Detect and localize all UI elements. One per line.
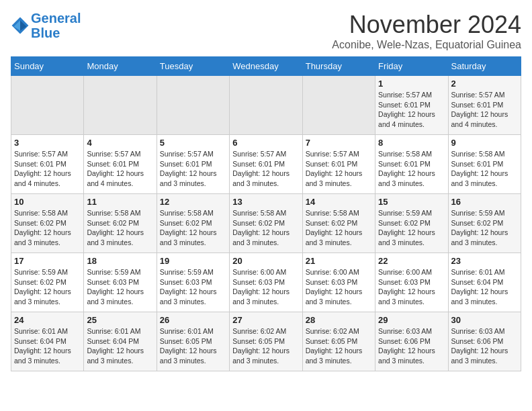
calendar-cell: 13Sunrise: 5:58 AM Sunset: 6:02 PM Dayli…: [230, 194, 302, 253]
day-info: Sunrise: 6:01 AM Sunset: 6:05 PM Dayligh…: [160, 326, 226, 366]
calendar-cell: 17Sunrise: 5:59 AM Sunset: 6:02 PM Dayli…: [11, 253, 84, 312]
calendar-week-2: 3Sunrise: 5:57 AM Sunset: 6:01 PM Daylig…: [11, 135, 521, 194]
day-number: 21: [306, 256, 372, 266]
calendar-cell: 26Sunrise: 6:01 AM Sunset: 6:05 PM Dayli…: [157, 312, 229, 371]
day-number: 23: [451, 256, 518, 266]
calendar-cell: 3Sunrise: 5:57 AM Sunset: 6:01 PM Daylig…: [11, 135, 84, 194]
day-number: 4: [87, 138, 153, 148]
calendar-cell: 9Sunrise: 5:58 AM Sunset: 6:01 PM Daylig…: [448, 135, 521, 194]
day-info: Sunrise: 6:02 AM Sunset: 6:05 PM Dayligh…: [306, 326, 372, 366]
day-number: 28: [306, 315, 372, 325]
day-info: Sunrise: 6:02 AM Sunset: 6:05 PM Dayligh…: [232, 326, 299, 366]
day-info: Sunrise: 6:01 AM Sunset: 6:04 PM Dayligh…: [451, 267, 518, 307]
day-info: Sunrise: 5:58 AM Sunset: 6:01 PM Dayligh…: [378, 149, 445, 189]
calendar-cell: 24Sunrise: 6:01 AM Sunset: 6:04 PM Dayli…: [11, 312, 84, 371]
logo: General Blue: [11, 11, 81, 40]
day-info: Sunrise: 5:58 AM Sunset: 6:01 PM Dayligh…: [451, 149, 518, 189]
logo-icon: [11, 16, 30, 35]
day-info: Sunrise: 6:03 AM Sunset: 6:06 PM Dayligh…: [378, 326, 445, 366]
calendar-week-5: 24Sunrise: 6:01 AM Sunset: 6:04 PM Dayli…: [11, 312, 521, 371]
calendar-cell: 15Sunrise: 5:59 AM Sunset: 6:02 PM Dayli…: [375, 194, 448, 253]
day-info: Sunrise: 5:57 AM Sunset: 6:01 PM Dayligh…: [378, 90, 445, 130]
calendar-cell: [302, 76, 375, 135]
day-number: 30: [451, 315, 518, 325]
month-title: November 2024: [332, 11, 521, 39]
day-number: 2: [451, 79, 518, 89]
calendar-cell: 12Sunrise: 5:58 AM Sunset: 6:02 PM Dayli…: [157, 194, 229, 253]
logo-line2: Blue: [31, 26, 60, 40]
location-subtitle: Aconibe, Wele-Nzas, Equatorial Guinea: [332, 39, 521, 51]
day-number: 17: [14, 256, 81, 266]
day-info: Sunrise: 5:59 AM Sunset: 6:02 PM Dayligh…: [14, 267, 81, 307]
calendar-cell: [230, 76, 302, 135]
day-info: Sunrise: 5:59 AM Sunset: 6:02 PM Dayligh…: [378, 208, 445, 248]
calendar-cell: 5Sunrise: 5:57 AM Sunset: 6:01 PM Daylig…: [157, 135, 229, 194]
day-number: 6: [232, 138, 299, 148]
day-number: 24: [14, 315, 81, 325]
day-info: Sunrise: 5:58 AM Sunset: 6:02 PM Dayligh…: [306, 208, 372, 248]
logo-text: General Blue: [31, 11, 81, 40]
day-info: Sunrise: 5:57 AM Sunset: 6:01 PM Dayligh…: [451, 90, 518, 130]
weekday-header-monday: Monday: [84, 57, 157, 76]
day-info: Sunrise: 6:00 AM Sunset: 6:03 PM Dayligh…: [232, 267, 299, 307]
day-info: Sunrise: 6:00 AM Sunset: 6:03 PM Dayligh…: [378, 267, 445, 307]
day-number: 15: [378, 197, 445, 207]
day-number: 18: [87, 256, 153, 266]
day-info: Sunrise: 6:01 AM Sunset: 6:04 PM Dayligh…: [87, 326, 153, 366]
day-number: 3: [14, 138, 81, 148]
calendar-cell: 7Sunrise: 5:57 AM Sunset: 6:01 PM Daylig…: [302, 135, 375, 194]
day-info: Sunrise: 5:58 AM Sunset: 6:02 PM Dayligh…: [87, 208, 153, 248]
day-number: 11: [87, 197, 153, 207]
calendar-body: 1Sunrise: 5:57 AM Sunset: 6:01 PM Daylig…: [11, 76, 521, 371]
calendar-cell: 23Sunrise: 6:01 AM Sunset: 6:04 PM Dayli…: [448, 253, 521, 312]
calendar-cell: 29Sunrise: 6:03 AM Sunset: 6:06 PM Dayli…: [375, 312, 448, 371]
day-info: Sunrise: 5:57 AM Sunset: 6:01 PM Dayligh…: [87, 149, 153, 189]
day-number: 19: [160, 256, 226, 266]
day-info: Sunrise: 5:57 AM Sunset: 6:01 PM Dayligh…: [160, 149, 226, 189]
day-info: Sunrise: 5:58 AM Sunset: 6:02 PM Dayligh…: [160, 208, 226, 248]
day-number: 5: [160, 138, 226, 148]
weekday-header-wednesday: Wednesday: [230, 57, 302, 76]
day-info: Sunrise: 5:57 AM Sunset: 6:01 PM Dayligh…: [232, 149, 299, 189]
calendar-table: SundayMondayTuesdayWednesdayThursdayFrid…: [11, 56, 521, 371]
day-info: Sunrise: 5:58 AM Sunset: 6:02 PM Dayligh…: [232, 208, 299, 248]
calendar-cell: 11Sunrise: 5:58 AM Sunset: 6:02 PM Dayli…: [84, 194, 157, 253]
day-number: 8: [378, 138, 445, 148]
day-number: 20: [232, 256, 299, 266]
page-header: General Blue November 2024 Aconibe, Wele…: [11, 11, 521, 51]
day-number: 10: [14, 197, 81, 207]
weekday-header-thursday: Thursday: [302, 57, 375, 76]
calendar-cell: 2Sunrise: 5:57 AM Sunset: 6:01 PM Daylig…: [448, 76, 521, 135]
calendar-week-1: 1Sunrise: 5:57 AM Sunset: 6:01 PM Daylig…: [11, 76, 521, 135]
weekday-header-sunday: Sunday: [11, 57, 84, 76]
weekday-header-friday: Friday: [375, 57, 448, 76]
day-number: 26: [160, 315, 226, 325]
calendar-cell: 21Sunrise: 6:00 AM Sunset: 6:03 PM Dayli…: [302, 253, 375, 312]
day-number: 27: [232, 315, 299, 325]
calendar-cell: 25Sunrise: 6:01 AM Sunset: 6:04 PM Dayli…: [84, 312, 157, 371]
day-number: 7: [306, 138, 372, 148]
day-info: Sunrise: 6:00 AM Sunset: 6:03 PM Dayligh…: [306, 267, 372, 307]
calendar-cell: 8Sunrise: 5:58 AM Sunset: 6:01 PM Daylig…: [375, 135, 448, 194]
calendar-cell: [84, 76, 157, 135]
calendar-cell: 30Sunrise: 6:03 AM Sunset: 6:06 PM Dayli…: [448, 312, 521, 371]
day-info: Sunrise: 5:57 AM Sunset: 6:01 PM Dayligh…: [306, 149, 372, 189]
calendar-cell: 19Sunrise: 5:59 AM Sunset: 6:03 PM Dayli…: [157, 253, 229, 312]
day-info: Sunrise: 6:01 AM Sunset: 6:04 PM Dayligh…: [14, 326, 81, 366]
weekday-header-saturday: Saturday: [448, 57, 521, 76]
calendar-cell: 18Sunrise: 5:59 AM Sunset: 6:03 PM Dayli…: [84, 253, 157, 312]
calendar-cell: 6Sunrise: 5:57 AM Sunset: 6:01 PM Daylig…: [230, 135, 302, 194]
calendar-cell: 1Sunrise: 5:57 AM Sunset: 6:01 PM Daylig…: [375, 76, 448, 135]
day-info: Sunrise: 6:03 AM Sunset: 6:06 PM Dayligh…: [451, 326, 518, 366]
calendar-cell: [11, 76, 84, 135]
calendar-cell: 20Sunrise: 6:00 AM Sunset: 6:03 PM Dayli…: [230, 253, 302, 312]
weekday-header-row: SundayMondayTuesdayWednesdayThursdayFrid…: [11, 57, 521, 76]
calendar-cell: 22Sunrise: 6:00 AM Sunset: 6:03 PM Dayli…: [375, 253, 448, 312]
day-number: 16: [451, 197, 518, 207]
day-info: Sunrise: 5:59 AM Sunset: 6:03 PM Dayligh…: [87, 267, 153, 307]
day-number: 9: [451, 138, 518, 148]
day-number: 1: [378, 79, 445, 89]
day-number: 14: [306, 197, 372, 207]
calendar-cell: [157, 76, 229, 135]
day-number: 25: [87, 315, 153, 325]
